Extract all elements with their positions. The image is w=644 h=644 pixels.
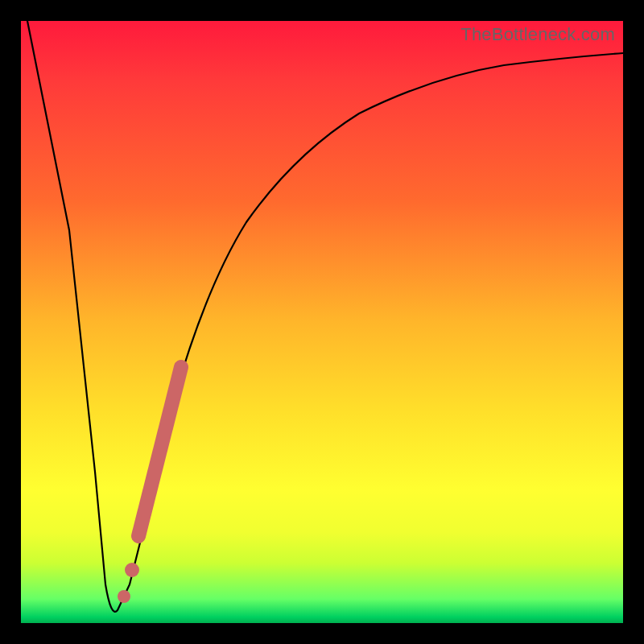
highlight-dot-2 xyxy=(118,590,130,603)
highlight-segment xyxy=(138,367,181,536)
bottleneck-curve xyxy=(27,21,623,612)
chart-frame: TheBottleneck.com xyxy=(0,0,644,644)
curve-layer xyxy=(21,21,623,623)
highlight-dot-1 xyxy=(125,563,139,577)
plot-area: TheBottleneck.com xyxy=(21,21,623,623)
